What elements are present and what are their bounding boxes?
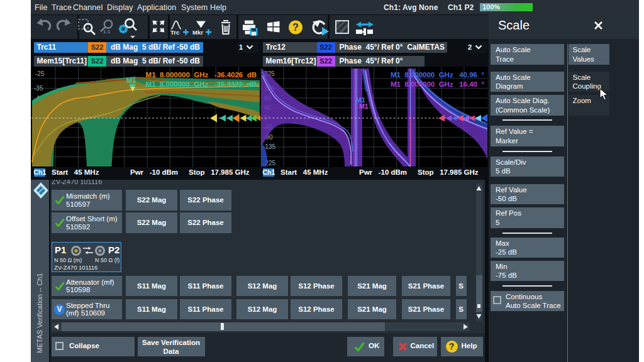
svg-text:Trc: Trc [170,29,179,36]
svg-text:?: ? [292,22,299,33]
svg-text:M1: M1 [359,102,369,110]
svg-text:M1 8.000000 GHz 40.96 °: M1 8.000000 GHz 40.96 ° [391,71,484,79]
svg-text:M1: M1 [126,77,136,84]
svg-text:-35: -35 [34,85,43,92]
svg-text:M1 8.000000 GHz -36.4026: M1 8.000000 GHz -36.4026 dB [146,71,257,79]
svg-text:M1 8.000000 GHz -35.4322: M1 8.000000 GHz -35.4322 dB [146,80,257,88]
svg-text:-25: -25 [35,70,45,77]
svg-text:M1 8.000000 GHz 16.40 °: M1 8.000000 GHz 16.40 ° [391,80,484,88]
svg-text:1:1: 1:1 [103,29,111,35]
svg-text:Mkr: Mkr [192,29,203,36]
